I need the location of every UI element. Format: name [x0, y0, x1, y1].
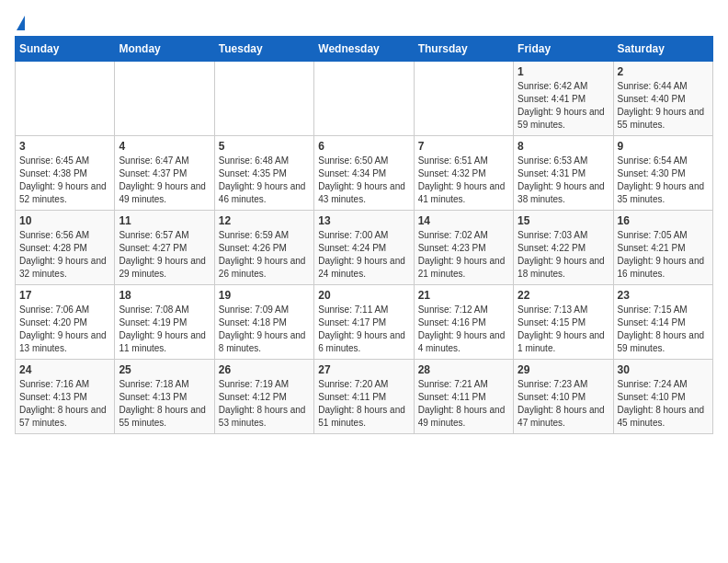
day-number: 12 [219, 214, 310, 227]
day-number: 1 [518, 65, 609, 78]
day-number: 3 [19, 140, 110, 153]
day-info: Sunrise: 7:00 AMSunset: 4:24 PMDaylight:… [318, 229, 409, 281]
day-info: Sunrise: 7:11 AMSunset: 4:17 PMDaylight:… [318, 304, 409, 355]
day-number: 27 [318, 363, 409, 376]
day-info: Sunrise: 7:19 AMSunset: 4:12 PMDaylight:… [219, 378, 310, 430]
day-info: Sunrise: 6:54 AMSunset: 4:30 PMDaylight:… [618, 155, 709, 206]
day-number: 26 [219, 363, 310, 376]
day-info: Sunrise: 7:06 AMSunset: 4:20 PMDaylight:… [19, 304, 110, 355]
day-number: 20 [318, 289, 409, 302]
day-number: 13 [318, 214, 409, 227]
calendar-cell: 7Sunrise: 6:51 AMSunset: 4:32 PMDaylight… [414, 136, 513, 211]
calendar-cell: 24Sunrise: 7:16 AMSunset: 4:13 PMDayligh… [16, 360, 115, 434]
calendar-cell: 4Sunrise: 6:47 AMSunset: 4:37 PMDaylight… [115, 136, 214, 211]
day-of-week-header: Saturday [613, 37, 712, 62]
calendar-cell: 16Sunrise: 7:05 AMSunset: 4:21 PMDayligh… [613, 211, 712, 285]
day-info: Sunrise: 6:57 AMSunset: 4:27 PMDaylight:… [119, 229, 210, 281]
calendar-week-row: 3Sunrise: 6:45 AMSunset: 4:38 PMDaylight… [16, 136, 713, 211]
day-info: Sunrise: 7:12 AMSunset: 4:16 PMDaylight:… [418, 304, 509, 355]
calendar-cell: 1Sunrise: 6:42 AMSunset: 4:41 PMDaylight… [514, 62, 613, 136]
calendar-cell [115, 62, 214, 136]
logo [15, 15, 25, 29]
calendar-cell: 19Sunrise: 7:09 AMSunset: 4:18 PMDayligh… [214, 285, 313, 360]
day-number: 23 [618, 289, 709, 302]
day-info: Sunrise: 6:59 AMSunset: 4:26 PMDaylight:… [219, 229, 310, 281]
day-number: 14 [418, 214, 509, 227]
calendar-cell: 11Sunrise: 6:57 AMSunset: 4:27 PMDayligh… [115, 211, 214, 285]
calendar-cell [314, 62, 414, 136]
day-number: 7 [418, 140, 509, 153]
calendar-cell: 29Sunrise: 7:23 AMSunset: 4:10 PMDayligh… [514, 360, 613, 434]
calendar-week-row: 1Sunrise: 6:42 AMSunset: 4:41 PMDaylight… [16, 62, 713, 136]
calendar-week-row: 24Sunrise: 7:16 AMSunset: 4:13 PMDayligh… [16, 360, 713, 434]
day-info: Sunrise: 6:51 AMSunset: 4:32 PMDaylight:… [418, 155, 509, 206]
calendar-cell: 12Sunrise: 6:59 AMSunset: 4:26 PMDayligh… [214, 211, 313, 285]
day-of-week-header: Wednesday [314, 37, 414, 62]
logo-triangle-icon [17, 16, 25, 30]
calendar-cell: 23Sunrise: 7:15 AMSunset: 4:14 PMDayligh… [613, 285, 712, 360]
calendar-cell: 5Sunrise: 6:48 AMSunset: 4:35 PMDaylight… [214, 136, 313, 211]
calendar-week-row: 10Sunrise: 6:56 AMSunset: 4:28 PMDayligh… [16, 211, 713, 285]
day-number: 22 [518, 289, 609, 302]
calendar-cell: 28Sunrise: 7:21 AMSunset: 4:11 PMDayligh… [414, 360, 513, 434]
calendar-cell: 15Sunrise: 7:03 AMSunset: 4:22 PMDayligh… [514, 211, 613, 285]
day-of-week-header: Tuesday [214, 37, 313, 62]
day-number: 30 [618, 363, 709, 376]
calendar-cell: 13Sunrise: 7:00 AMSunset: 4:24 PMDayligh… [314, 211, 414, 285]
day-number: 19 [219, 289, 310, 302]
calendar-cell: 3Sunrise: 6:45 AMSunset: 4:38 PMDaylight… [16, 136, 115, 211]
day-number: 15 [518, 214, 609, 227]
day-info: Sunrise: 7:21 AMSunset: 4:11 PMDaylight:… [418, 378, 509, 430]
calendar-cell: 10Sunrise: 6:56 AMSunset: 4:28 PMDayligh… [16, 211, 115, 285]
day-info: Sunrise: 6:50 AMSunset: 4:34 PMDaylight:… [318, 155, 409, 206]
calendar-cell: 18Sunrise: 7:08 AMSunset: 4:19 PMDayligh… [115, 285, 214, 360]
calendar-cell: 9Sunrise: 6:54 AMSunset: 4:30 PMDaylight… [613, 136, 712, 211]
calendar-cell: 27Sunrise: 7:20 AMSunset: 4:11 PMDayligh… [314, 360, 414, 434]
day-info: Sunrise: 6:53 AMSunset: 4:31 PMDaylight:… [518, 155, 609, 206]
calendar-cell: 25Sunrise: 7:18 AMSunset: 4:13 PMDayligh… [115, 360, 214, 434]
calendar-cell: 21Sunrise: 7:12 AMSunset: 4:16 PMDayligh… [414, 285, 513, 360]
day-info: Sunrise: 7:08 AMSunset: 4:19 PMDaylight:… [119, 304, 210, 355]
day-of-week-header: Monday [115, 37, 214, 62]
calendar-cell: 20Sunrise: 7:11 AMSunset: 4:17 PMDayligh… [314, 285, 414, 360]
day-info: Sunrise: 7:09 AMSunset: 4:18 PMDaylight:… [219, 304, 310, 355]
day-number: 16 [618, 214, 709, 227]
calendar-cell: 30Sunrise: 7:24 AMSunset: 4:10 PMDayligh… [613, 360, 712, 434]
day-info: Sunrise: 7:20 AMSunset: 4:11 PMDaylight:… [318, 378, 409, 430]
day-info: Sunrise: 7:15 AMSunset: 4:14 PMDaylight:… [618, 304, 709, 355]
calendar-cell: 26Sunrise: 7:19 AMSunset: 4:12 PMDayligh… [214, 360, 313, 434]
calendar-cell: 14Sunrise: 7:02 AMSunset: 4:23 PMDayligh… [414, 211, 513, 285]
day-number: 11 [119, 214, 210, 227]
day-of-week-header: Thursday [414, 37, 513, 62]
day-of-week-header: Sunday [16, 37, 115, 62]
day-info: Sunrise: 7:18 AMSunset: 4:13 PMDaylight:… [119, 378, 210, 430]
day-number: 2 [618, 65, 709, 78]
day-info: Sunrise: 7:13 AMSunset: 4:15 PMDaylight:… [518, 304, 609, 355]
calendar-cell: 22Sunrise: 7:13 AMSunset: 4:15 PMDayligh… [514, 285, 613, 360]
day-info: Sunrise: 6:56 AMSunset: 4:28 PMDaylight:… [19, 229, 110, 281]
calendar-body: 1Sunrise: 6:42 AMSunset: 4:41 PMDaylight… [16, 62, 713, 434]
day-number: 21 [418, 289, 509, 302]
day-number: 25 [119, 363, 210, 376]
day-info: Sunrise: 7:24 AMSunset: 4:10 PMDaylight:… [618, 378, 709, 430]
calendar-cell [16, 62, 115, 136]
day-number: 17 [19, 289, 110, 302]
day-number: 6 [318, 140, 409, 153]
calendar-header-row: SundayMondayTuesdayWednesdayThursdayFrid… [16, 37, 713, 62]
day-number: 9 [618, 140, 709, 153]
day-number: 24 [19, 363, 110, 376]
calendar-cell: 8Sunrise: 6:53 AMSunset: 4:31 PMDaylight… [514, 136, 613, 211]
day-of-week-header: Friday [514, 37, 613, 62]
calendar-week-row: 17Sunrise: 7:06 AMSunset: 4:20 PMDayligh… [16, 285, 713, 360]
day-info: Sunrise: 7:02 AMSunset: 4:23 PMDaylight:… [418, 229, 509, 281]
day-number: 10 [19, 214, 110, 227]
calendar-cell: 17Sunrise: 7:06 AMSunset: 4:20 PMDayligh… [16, 285, 115, 360]
day-number: 28 [418, 363, 509, 376]
day-info: Sunrise: 6:42 AMSunset: 4:41 PMDaylight:… [518, 80, 609, 132]
day-info: Sunrise: 6:44 AMSunset: 4:40 PMDaylight:… [618, 80, 709, 132]
page-header [15, 15, 713, 29]
day-info: Sunrise: 6:48 AMSunset: 4:35 PMDaylight:… [219, 155, 310, 206]
day-info: Sunrise: 7:05 AMSunset: 4:21 PMDaylight:… [618, 229, 709, 281]
calendar-cell [414, 62, 513, 136]
calendar-cell: 6Sunrise: 6:50 AMSunset: 4:34 PMDaylight… [314, 136, 414, 211]
